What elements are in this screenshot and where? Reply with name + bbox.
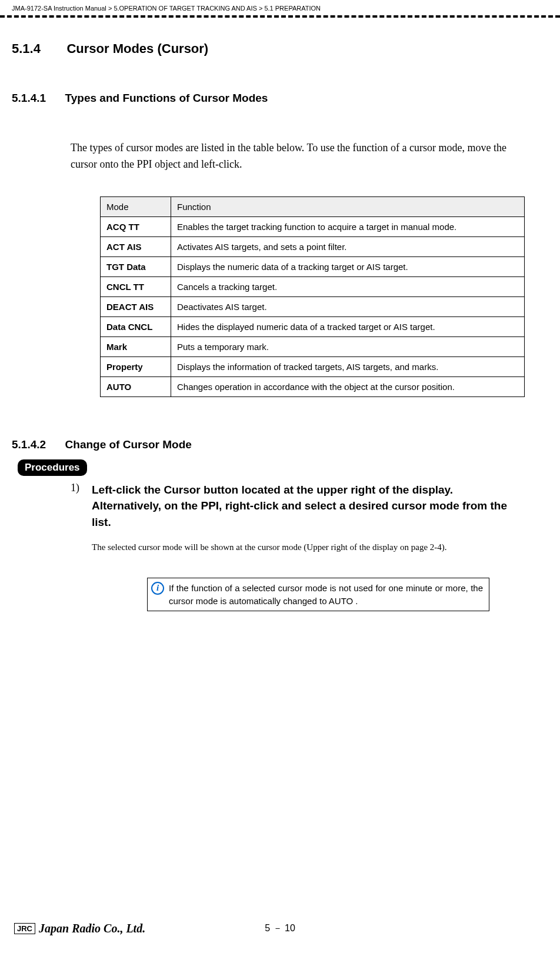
footer: JRC Japan Radio Co., Ltd. 5 － 10 xyxy=(0,922,560,935)
subsection2-number: 5.1.4.2 xyxy=(12,438,46,451)
info-icon: i xyxy=(151,582,164,595)
table-row: MarkPuts a temporary mark. xyxy=(101,336,525,356)
divider-dashed xyxy=(0,15,560,18)
page-number: 5 － 10 xyxy=(265,922,295,935)
cell-mode: TGT Data xyxy=(101,256,171,276)
bc-sep2: > xyxy=(259,5,262,12)
step-number: 1) xyxy=(71,482,92,531)
table-row: ACT AISActivates AIS targets, and sets a… xyxy=(101,236,525,256)
cell-func: Changes operation in accordance with the… xyxy=(171,376,525,396)
table-row: Data CNCLHides the displayed numeric dat… xyxy=(101,316,525,336)
bc-section: 5.1 PREPARATION xyxy=(264,5,321,12)
footer-logo: JRC Japan Radio Co., Ltd. xyxy=(14,922,145,935)
bc-sep1: > xyxy=(108,5,112,12)
cell-mode: ACQ TT xyxy=(101,216,171,236)
procedure-step: 1) Left-click the Cursor button located … xyxy=(71,482,525,531)
subsection1-body: The types of cursor modes are listed in … xyxy=(71,140,525,173)
table-row: CNCL TTCancels a tracking target. xyxy=(101,276,525,296)
jrc-logo: JRC xyxy=(14,923,35,934)
procedures-label: Procedures xyxy=(18,459,87,476)
info-box: i If the function of a selected cursor m… xyxy=(147,578,489,612)
table-row: PropertyDisplays the information of trac… xyxy=(101,356,525,376)
cell-mode: Property xyxy=(101,356,171,376)
company-name: Japan Radio Co., Ltd. xyxy=(39,922,145,935)
cell-func: Displays the information of tracked targ… xyxy=(171,356,525,376)
cell-func: Enables the target tracking function to … xyxy=(171,216,525,236)
section-title: Cursor Modes (Cursor) xyxy=(66,41,208,56)
cell-mode: Data CNCL xyxy=(101,316,171,336)
info-text: If the function of a selected cursor mod… xyxy=(169,582,483,608)
cell-func: Displays the numeric data of a tracking … xyxy=(171,256,525,276)
th-mode: Mode xyxy=(101,196,171,216)
step-note: The selected cursor mode will be shown a… xyxy=(92,541,525,554)
cell-func: Puts a temporary mark. xyxy=(171,336,525,356)
cell-mode: ACT AIS xyxy=(101,236,171,256)
cell-func: Cancels a tracking target. xyxy=(171,276,525,296)
table-row: ACQ TTEnables the target tracking functi… xyxy=(101,216,525,236)
subsection1-title: Types and Functions of Cursor Modes xyxy=(65,92,268,105)
subsection1-number: 5.1.4.1 xyxy=(12,92,46,105)
cell-mode: DEACT AIS xyxy=(101,296,171,316)
cell-func: Hides the displayed numeric data of a tr… xyxy=(171,316,525,336)
breadcrumb: JMA-9172-SA Instruction Manual > 5.OPERA… xyxy=(0,0,560,14)
table-row: TGT DataDisplays the numeric data of a t… xyxy=(101,256,525,276)
bc-chapter: 5.OPERATION OF TARGET TRACKING AND AIS xyxy=(114,5,256,12)
cursor-mode-table: Mode Function ACQ TTEnables the target t… xyxy=(100,196,525,397)
step-text: Left-click the Cursor button located at … xyxy=(92,482,525,531)
cell-func: Deactivates AIS target. xyxy=(171,296,525,316)
section-number: 5.1.4 xyxy=(12,41,41,56)
th-function: Function xyxy=(171,196,525,216)
cell-mode: AUTO xyxy=(101,376,171,396)
cell-mode: Mark xyxy=(101,336,171,356)
table-row: AUTOChanges operation in accordance with… xyxy=(101,376,525,396)
bc-manual: JMA-9172-SA Instruction Manual xyxy=(12,5,106,12)
cell-mode: CNCL TT xyxy=(101,276,171,296)
table-row: DEACT AISDeactivates AIS target. xyxy=(101,296,525,316)
subsection2-title: Change of Cursor Mode xyxy=(65,438,192,451)
cell-func: Activates AIS targets, and sets a point … xyxy=(171,236,525,256)
